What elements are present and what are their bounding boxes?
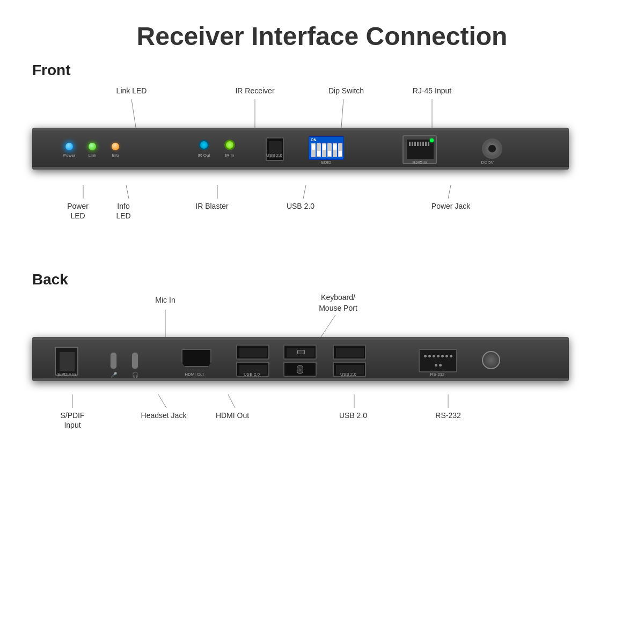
dc5v-device-label: DC 5V bbox=[472, 160, 502, 165]
annotation-info-led: InfoLED bbox=[110, 201, 137, 221]
svg-line-12 bbox=[158, 394, 166, 408]
top-rail-back bbox=[32, 337, 569, 340]
ir-in-label: IR In bbox=[220, 153, 239, 158]
svg-line-5 bbox=[126, 185, 129, 199]
annotation-rj45-input: RJ-45 Input bbox=[408, 86, 456, 96]
annotation-dip-switch: Dip Switch bbox=[322, 86, 370, 96]
svg-line-13 bbox=[228, 394, 235, 408]
annotation-ir-blaster: IR Blaster bbox=[193, 201, 231, 211]
back-section-label: Back bbox=[32, 271, 644, 288]
back-section: Back Mic In Keyboard/Mouse Port bbox=[0, 271, 644, 475]
usb-left-device-label: USB 2.0 bbox=[232, 372, 272, 377]
annotation-power-led: PowerLED bbox=[62, 201, 94, 221]
annotation-hdmi-out: HDMI Out bbox=[208, 411, 257, 420]
rs232-device-label: RS-232 bbox=[415, 372, 459, 377]
bottom-rail-back bbox=[32, 378, 569, 381]
front-diagram: Link LED IR Receiver Dip Switch RJ-45 In… bbox=[32, 83, 612, 271]
power-jack-port bbox=[482, 138, 502, 159]
annotation-headset-jack: Headset Jack bbox=[137, 411, 191, 420]
info-led-indicator bbox=[112, 143, 119, 150]
annotation-rs232: RS-232 bbox=[427, 411, 470, 420]
device-back-body: S/PDIF In 🎤 🎧 HDMI Out bbox=[32, 333, 569, 389]
headset-symbol: 🎧 bbox=[128, 372, 143, 378]
annotation-ir-receiver: IR Receiver bbox=[231, 86, 279, 96]
page-title: Receiver Interface Connection bbox=[0, 0, 644, 62]
front-annotation-lines bbox=[32, 83, 612, 271]
annotation-spdif-input: S/PDIFInput bbox=[51, 411, 94, 430]
mic-jack bbox=[110, 352, 117, 369]
annotation-link-led: Link LED bbox=[110, 86, 153, 96]
ir-in-jack bbox=[224, 140, 235, 150]
top-rail-front bbox=[32, 128, 569, 130]
usb-front-label: USB 2.0 bbox=[260, 153, 289, 158]
svg-line-7 bbox=[303, 185, 306, 199]
bottom-rail-front bbox=[32, 167, 569, 170]
dip-switch-component: ON bbox=[309, 136, 344, 160]
power-led-label: Power bbox=[61, 153, 77, 158]
back-panel: S/PDIF In 🎤 🎧 HDMI Out bbox=[32, 337, 569, 381]
edid-label: EDID bbox=[309, 160, 344, 165]
spdif-port bbox=[55, 347, 78, 376]
annotation-usb20-back: USB 2.0 bbox=[332, 411, 375, 420]
power-led-indicator bbox=[65, 143, 73, 150]
ir-out-label: IR Out bbox=[194, 153, 214, 158]
back-diagram: Mic In Keyboard/Mouse Port S/PDIF In 🎤 bbox=[32, 292, 612, 475]
hdmi-device-label: HDMI Out bbox=[174, 372, 214, 377]
headset-jack-port bbox=[131, 352, 138, 369]
rs232-port bbox=[419, 349, 457, 372]
hdmi-out-port bbox=[181, 349, 211, 367]
front-panel: Power Link Info IR Out IR In USB 2.0 bbox=[32, 128, 569, 170]
front-section-label: Front bbox=[32, 62, 644, 79]
back-right-port bbox=[482, 351, 500, 369]
link-led-indicator bbox=[89, 143, 96, 150]
link-led-label: Link bbox=[84, 153, 100, 158]
svg-line-8 bbox=[448, 185, 451, 199]
ir-out-jack bbox=[199, 140, 209, 150]
rj45-label: RJ45 In bbox=[402, 160, 437, 165]
annotation-power-jack: Power Jack bbox=[429, 201, 472, 211]
spdif-device-label: S/PDIF In bbox=[53, 372, 80, 377]
keyboard-mouse-group bbox=[283, 345, 320, 378]
annotation-usb20-front: USB 2.0 bbox=[282, 201, 319, 211]
device-front-body: Power Link Info IR Out IR In USB 2.0 bbox=[32, 123, 569, 177]
usb-right-device-label: USB 2.0 bbox=[328, 372, 368, 377]
annotation-keyboard-mouse: Keyboard/Mouse Port bbox=[311, 292, 365, 313]
front-section: Front Link LED IR Receiver Dip Switc bbox=[0, 62, 644, 271]
info-led-label: Info bbox=[107, 153, 123, 158]
mic-symbol: 🎤 bbox=[106, 372, 121, 378]
annotation-mic-in: Mic In bbox=[144, 295, 187, 305]
